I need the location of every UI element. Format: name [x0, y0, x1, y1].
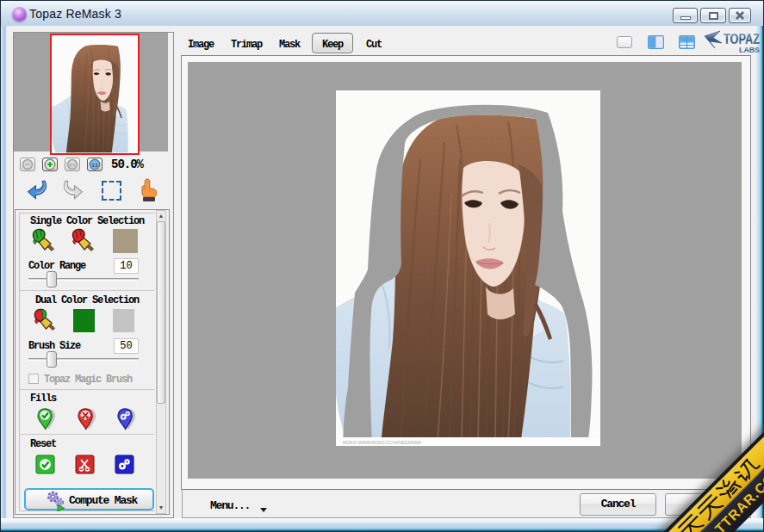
svg-text:LABS: LABS	[739, 46, 760, 54]
svg-text:FIT: FIT	[69, 163, 76, 168]
svg-text:1:1: 1:1	[91, 163, 97, 168]
svg-text:TOPAZ: TOPAZ	[724, 32, 760, 46]
svg-text:MOKO! WWW.MOKO.CC/VANESSAWM: MOKO! WWW.MOKO.CC/VANESSAWM	[343, 440, 421, 445]
